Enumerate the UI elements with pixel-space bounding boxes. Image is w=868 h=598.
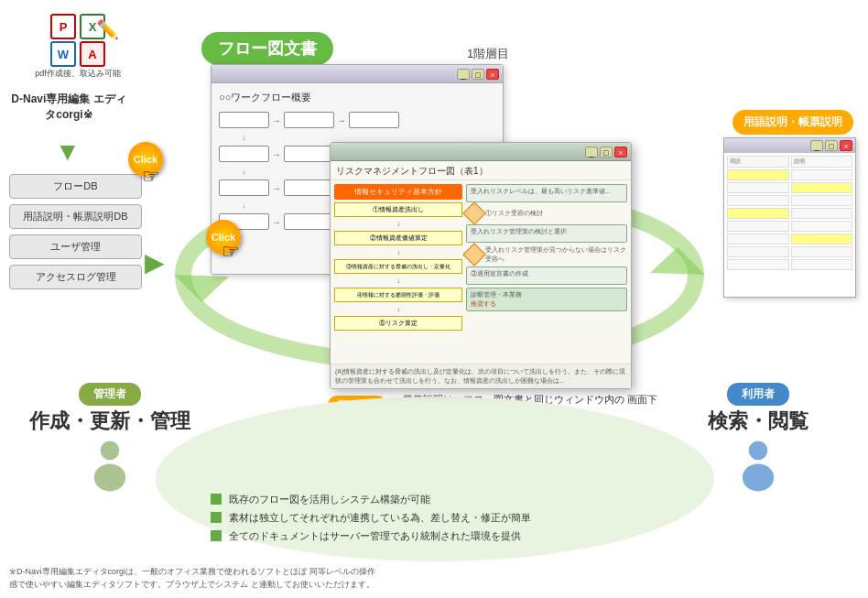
footer-note: ※D-Navi専用編集エディタcorgiは、一般のオフィス業務で使われるソフトと… xyxy=(9,566,375,591)
yougo-row5 xyxy=(727,208,852,219)
diamond-shape2 xyxy=(462,243,485,266)
yougo-row3 xyxy=(727,182,852,193)
flow-box xyxy=(284,213,334,230)
right-box3: ③適用宣言書の作成 xyxy=(466,266,627,285)
diamond-shape xyxy=(462,201,485,224)
riyosha-badge: 利用者 xyxy=(727,383,789,406)
yougo-row9 xyxy=(727,259,852,270)
kanrisha-section: 管理者 作成・更新・管理 xyxy=(27,383,192,497)
yougo-content: 用語 説明 xyxy=(724,153,855,275)
right-diamond1: ①リスク受容の検討 xyxy=(466,205,627,222)
risk-title: リスクマネジメントフロー図（表1） xyxy=(331,161,631,180)
flow-arrow: → xyxy=(272,217,281,227)
win2-minimize-btn[interactable]: _ xyxy=(585,147,598,158)
step-arrow: ↓ xyxy=(334,277,462,285)
yougo-cell-hl3 xyxy=(727,208,789,219)
flow-box xyxy=(284,112,334,128)
window2: _ □ × リスクマネジメントフロー図（表1） 情報セキュリティ基本方針 ①情報… xyxy=(330,142,632,389)
bullet-item-1: 既存のフロー図を活用しシステム構築が可能 xyxy=(211,493,641,506)
risk-header: 情報セキュリティ基本方針 xyxy=(334,184,462,200)
yougo-row6 xyxy=(727,221,852,232)
flow-box xyxy=(219,112,269,128)
yougo-cell-hl4 xyxy=(791,234,853,245)
svg-point-4 xyxy=(749,441,768,461)
bullet-icon-1 xyxy=(211,494,222,505)
dnavi-label: D-Navi専用編集 エディタcorgi※ xyxy=(9,92,128,123)
step-arrow: ↓ xyxy=(334,220,462,228)
yougo-cell: 説明 xyxy=(791,156,853,168)
win2-close-btn[interactable]: × xyxy=(614,147,627,158)
svg-rect-3 xyxy=(94,463,125,491)
yougo-cell xyxy=(727,246,789,257)
riyosha-section: 利用者 検索・閲覧 xyxy=(676,383,841,497)
file-note: pdf作成後、取込み可能 xyxy=(27,69,128,80)
bullet-item-2: 素材は独立してそれぞれが連携している為、差し替え・修正が簡単 xyxy=(211,511,641,525)
file-icon-powerpoint: P xyxy=(50,14,76,39)
win1-maximize-btn[interactable]: □ xyxy=(472,69,484,80)
file-icons-row2: W A xyxy=(27,41,128,67)
yougo-max-btn[interactable]: □ xyxy=(825,140,838,151)
flow-row1: → → xyxy=(219,112,495,128)
yougo-min-btn[interactable]: _ xyxy=(810,140,823,151)
risk-step5: ⑤リスク算定 xyxy=(334,316,462,331)
db-item-yougo: 用語説明・帳票説明DB xyxy=(9,204,142,229)
yougo-cell xyxy=(727,221,789,232)
yougo-cell xyxy=(791,195,853,206)
yougo-row8 xyxy=(727,246,852,257)
file-icon-word: W xyxy=(50,41,76,67)
win1-close-btn[interactable]: × xyxy=(486,69,499,80)
yougo-row4 xyxy=(727,195,852,206)
window1-title: ○○ワークフロー概要 xyxy=(219,91,495,104)
yougo-cell: 用語 xyxy=(727,156,789,168)
down-arrow-icon: ▼ xyxy=(55,137,81,167)
window2-titlebar: _ □ × xyxy=(331,143,631,161)
svg-rect-5 xyxy=(743,463,774,491)
step-arrow: ↓ xyxy=(334,248,462,256)
yougo-cell xyxy=(727,234,789,245)
win2-maximize-btn[interactable]: □ xyxy=(600,147,613,158)
win1-minimize-btn[interactable]: _ xyxy=(457,69,470,80)
flow-arrow: → xyxy=(272,149,281,159)
yougo-cell xyxy=(791,208,853,219)
risk-step2: ②情報資産価値算定 xyxy=(334,231,462,245)
yougo-close-btn[interactable]: × xyxy=(840,140,852,151)
cursor-hand-1: ☞ xyxy=(142,165,160,189)
step-arrow: ↓ xyxy=(334,305,462,313)
right-diamond2: 受入れリスク管理策が見つからない場合はリスク受容へ xyxy=(466,245,627,264)
main-container: ✏️ P X W A pdf作成後、取込み可能 D-Navi専用編集 エディタc… xyxy=(0,0,868,598)
risk-right-col: 受入れリスクレベルは、最も高いリスク基準値... ①リスク受容の検討 受入れリス… xyxy=(466,184,627,360)
flow-box xyxy=(219,146,269,162)
svg-point-2 xyxy=(101,441,120,461)
yougo-cell-hl2 xyxy=(791,182,853,193)
bullet-icon-3 xyxy=(211,530,222,541)
right-box2: 受入れリスク管理策の検討と選択 xyxy=(466,224,627,243)
risk-step1: ①情報資産洗出し xyxy=(334,202,462,217)
yougo-cell xyxy=(727,195,789,206)
yougo-cell xyxy=(727,259,789,270)
bullet-icon-2 xyxy=(211,512,222,523)
db-item-user: ユーザ管理 xyxy=(9,234,142,259)
right-box4: 診断管理・本業務 推奨する xyxy=(466,288,627,311)
db-area: フローDB 用語説明・帳票説明DB ユーザ管理 アクセスログ管理 xyxy=(9,174,142,295)
window1-titlebar: _ □ × xyxy=(212,65,503,83)
flow-box xyxy=(349,112,399,128)
flow-arrow: → xyxy=(337,115,346,125)
yougo-cell xyxy=(791,259,853,270)
yougo-row1: 用語 説明 xyxy=(727,156,852,168)
yougo-cell xyxy=(791,169,853,180)
db-item-access: アクセスログ管理 xyxy=(9,265,142,289)
bullet-item-3: 全てのドキュメントはサーバー管理であり統制された環境を提供 xyxy=(211,529,641,543)
yougo-badge: 用語説明・帳票説明 xyxy=(732,110,853,135)
yougo-cell xyxy=(791,246,853,257)
file-icons-area: ✏️ P X W A pdf作成後、取込み可能 xyxy=(27,14,128,80)
right-box1: 受入れリスクレベルは、最も高いリスク基準値... xyxy=(466,184,627,202)
yougo-cell xyxy=(727,182,789,193)
db-item-flow: フローDB xyxy=(9,174,142,199)
flow-arrow: → xyxy=(272,183,281,193)
pencil-icon: ✏️ xyxy=(96,18,119,40)
risk-step4: ④情報に対する脆弱性評価・評価 xyxy=(334,288,462,302)
window2-bottom-text: (A)情報資産に対する脅威の洗出し及び定量化は、次の項目について洗出しを行う。ま… xyxy=(331,364,631,388)
flow-box xyxy=(284,179,334,196)
risk-step3: ③情報資産に対する脅威の洗出し・定量化 xyxy=(334,259,462,274)
risk-content: 情報セキュリティ基本方針 ①情報資産洗出し ↓ ②情報資産価値算定 ↓ ③情報資… xyxy=(331,180,631,364)
